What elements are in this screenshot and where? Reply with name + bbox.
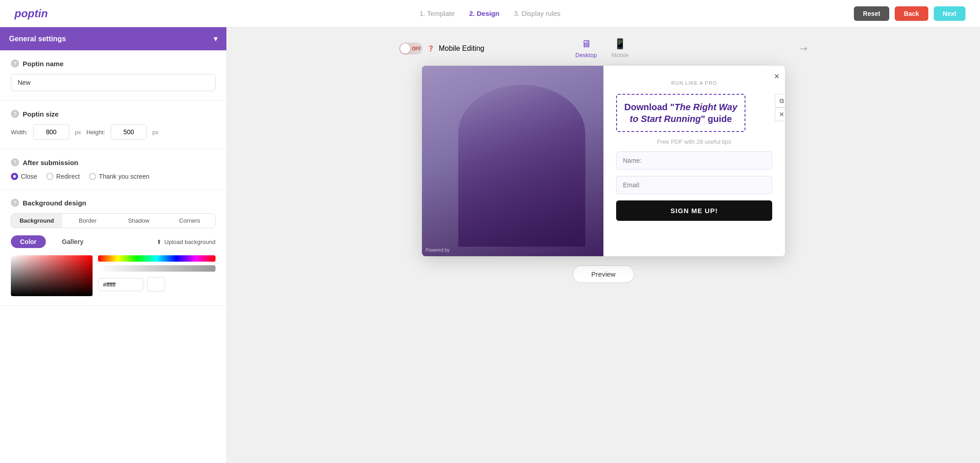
submission-radio-group: Close Redirect Thank you screen	[11, 173, 216, 180]
background-tabs: Background Border Shadow Corners	[11, 213, 216, 228]
next-button[interactable]: Next	[934, 6, 965, 21]
color-gallery-row: Color Gallery ⬆ Upload background	[11, 235, 216, 248]
mobile-editing-toggle: OFF ❓ Mobile Editing	[399, 43, 485, 54]
toggle-off-label: OFF	[412, 46, 421, 51]
step-template[interactable]: 1. Template	[420, 10, 455, 17]
help-icon-size[interactable]: ?	[11, 110, 19, 118]
app-header: poptin 1. Template 2. Design 3. Display …	[0, 0, 980, 27]
tab-shadow[interactable]: Shadow	[113, 214, 164, 228]
gallery-toggle[interactable]: Gallery	[53, 235, 93, 248]
back-button[interactable]: Back	[895, 6, 928, 21]
width-input[interactable]	[33, 124, 69, 140]
athlete-image	[422, 66, 603, 256]
poptin-size-section: ? Poptin size Width: px Height: px	[0, 101, 226, 149]
mobile-editing-help-icon[interactable]: ❓	[427, 45, 434, 52]
reset-button[interactable]: Reset	[854, 6, 889, 21]
tab-background[interactable]: Background	[11, 214, 62, 228]
hex-input[interactable]	[98, 278, 143, 291]
preview-area: OFF ❓ Mobile Editing 🖥 Desktop 📱 Mobile …	[227, 27, 980, 463]
toggle-knob	[400, 44, 410, 54]
copy-title-btn[interactable]: ⧉	[775, 94, 785, 107]
color-picker-controls	[98, 255, 216, 292]
color-picker	[11, 255, 216, 296]
popup-title-box[interactable]: Download "The Right Wayto Start Running"…	[616, 94, 745, 132]
tab-corners[interactable]: Corners	[164, 214, 215, 228]
poptin-size-label: ? Poptin size	[11, 110, 216, 118]
hue-bar[interactable]	[98, 255, 216, 262]
poptin-name-input[interactable]	[11, 74, 216, 91]
popup-close-button[interactable]: ×	[774, 71, 779, 82]
background-design-label: ? Background design	[11, 199, 216, 207]
popup-title-container: Download "The Right Wayto Start Running"…	[616, 94, 772, 132]
general-settings-label: General settings	[9, 35, 66, 43]
radio-dot-close	[11, 173, 18, 180]
upload-background-btn[interactable]: ⬆ Upload background	[157, 239, 216, 245]
poptin-name-section: ? Poptin name	[0, 50, 226, 101]
popup-title-actions: ⧉ ✕	[775, 94, 785, 121]
popup-cta-button[interactable]: SIGN ME UP!	[616, 200, 772, 221]
step-design[interactable]: 2. Design	[469, 10, 500, 17]
help-icon-name[interactable]: ?	[11, 59, 19, 68]
popup-image-area: Powered by	[422, 66, 603, 256]
after-submission-section: ? After submission Close Redirect Thank …	[0, 149, 226, 190]
popup-title: Download "The Right Wayto Start Running"…	[624, 101, 737, 125]
radio-thankyou[interactable]: Thank you screen	[89, 173, 149, 180]
steps-nav: 1. Template 2. Design 3. Display rules	[420, 10, 561, 17]
desktop-view-btn[interactable]: 🖥 Desktop	[575, 38, 597, 58]
main-layout: General settings ▾ ? Poptin name ? Popti…	[0, 27, 980, 463]
powered-by: Powered by	[426, 248, 450, 253]
general-settings-header[interactable]: General settings ▾	[0, 27, 226, 50]
mobile-view-btn[interactable]: 📱 Mobile	[612, 38, 629, 58]
upload-icon: ⬆	[157, 239, 162, 245]
step-display[interactable]: 3. Display rules	[514, 10, 561, 17]
help-icon-submission[interactable]: ?	[11, 158, 19, 166]
delete-title-btn[interactable]: ✕	[775, 107, 785, 121]
popup-preview: × Powered by RUN LIKE A PRO Download "Th…	[422, 66, 785, 256]
left-panel: General settings ▾ ? Poptin name ? Popti…	[0, 27, 227, 463]
height-label: Height:	[87, 129, 105, 136]
popup-email-input[interactable]	[616, 176, 772, 194]
view-buttons: 🖥 Desktop 📱 Mobile	[575, 38, 629, 58]
radio-redirect[interactable]: Redirect	[46, 173, 80, 180]
background-design-section: ? Background design Background Border Sh…	[0, 190, 226, 306]
poptin-name-label: ? Poptin name	[11, 59, 216, 68]
width-label: Width:	[11, 129, 28, 136]
header-buttons: Reset Back Next	[854, 6, 965, 21]
height-input[interactable]	[111, 124, 147, 140]
help-icon-bg[interactable]: ?	[11, 199, 19, 207]
tab-border[interactable]: Border	[62, 214, 113, 228]
color-toggle[interactable]: Color	[11, 235, 46, 248]
radio-dot-redirect	[46, 173, 54, 180]
popup-name-input[interactable]	[616, 151, 772, 170]
hex-row	[98, 277, 216, 292]
preview-btn-row: Preview	[573, 265, 634, 283]
popup-subtitle: RUN LIKE A PRO	[616, 80, 772, 86]
size-row: Width: px Height: px	[11, 124, 216, 140]
preview-button[interactable]: Preview	[573, 265, 634, 283]
radio-dot-thankyou	[89, 173, 96, 180]
mobile-icon: 📱	[614, 38, 626, 50]
after-submission-label: ? After submission	[11, 158, 216, 166]
popup-content: RUN LIKE A PRO Download "The Right Wayto…	[603, 66, 785, 256]
expand-icon[interactable]: ↗	[797, 42, 810, 55]
opacity-bar[interactable]	[98, 265, 216, 272]
preview-toolbar: OFF ❓ Mobile Editing 🖥 Desktop 📱 Mobile …	[399, 38, 808, 58]
popup-description: Free PDF with 28 useful tips	[616, 138, 772, 145]
radio-close[interactable]: Close	[11, 173, 37, 180]
mobile-editing-switch[interactable]: OFF	[399, 43, 423, 54]
width-px-label: px	[75, 129, 81, 136]
color-swatch[interactable]	[147, 277, 165, 292]
desktop-icon: 🖥	[581, 38, 591, 50]
color-gradient-picker[interactable]	[11, 255, 93, 296]
height-px-label: px	[152, 129, 159, 136]
mobile-editing-label: Mobile Editing	[439, 44, 485, 53]
app-logo: poptin	[15, 7, 48, 20]
chevron-down-icon: ▾	[214, 34, 217, 43]
